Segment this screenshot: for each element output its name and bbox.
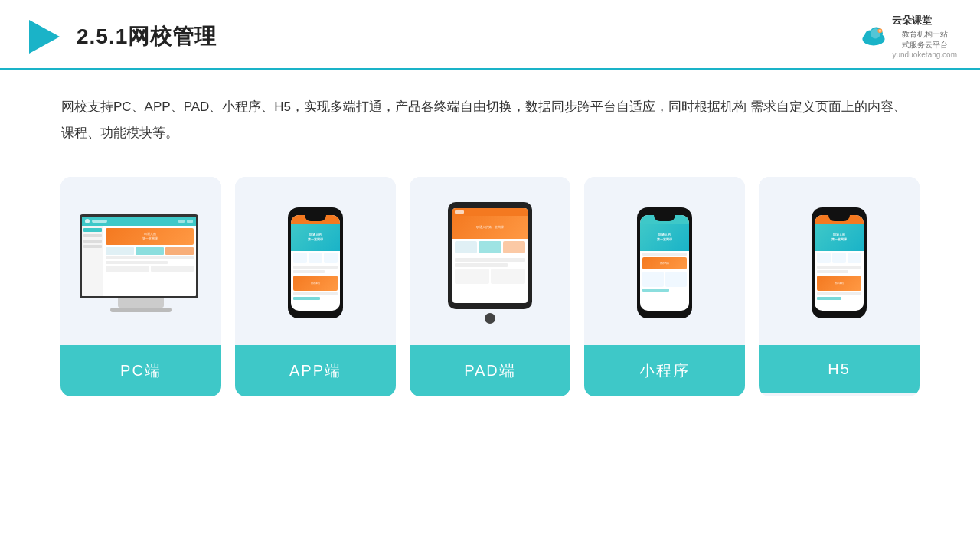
page-title: 2.5.1网校管理 [77,22,217,51]
card-miniapp-image: 职通人的第一堂网课 推荐内容 [584,177,745,345]
app-phone: 职通人的第一堂网课 [288,207,343,318]
h5-phone-body: 职通人的第一堂网课 [812,207,867,318]
monitor-screen: 职通人的第一堂网课 [80,214,198,298]
h5-phone-screen: 职通人的第一堂网课 [815,215,864,311]
card-app-image: 职通人的第一堂网课 [235,177,396,345]
logo-domain: yunduoketang.com [892,51,957,59]
phone-notch-app [305,215,326,221]
card-h5-label: H5 [759,345,920,393]
svg-marker-0 [29,20,60,54]
card-miniapp: 职通人的第一堂网课 推荐内容 [584,177,745,396]
card-h5: 职通人的第一堂网课 [759,177,920,396]
logo-cloud: 云朵课堂 教育机构一站式服务云平台 yunduoketang.com [860,14,957,59]
pc-monitor: 职通人的第一堂网课 [80,214,202,312]
header-left: 2.5.1网校管理 [23,17,217,57]
app-phone-screen: 职通人的第一堂网课 [291,215,340,311]
logo-sub: 教育机构一站式服务云平台 [892,29,957,51]
monitor-stand [118,298,164,308]
card-app-label: APP端 [235,345,396,396]
app-phone-body: 职通人的第一堂网课 [288,207,343,318]
svg-point-8 [879,29,882,32]
page-header: 2.5.1网校管理 云朵课堂 教育机构一站式服务云平台 yunduoketang… [0,0,980,70]
play-icon [23,17,63,57]
card-pad-label: PAD端 [410,345,570,396]
card-h5-image: 职通人的第一堂网课 [759,177,920,345]
pad-tablet-body: 职通人的第一堂网课 [448,202,532,309]
card-app: 职通人的第一堂网课 [235,177,396,396]
h5-phone: 职通人的第一堂网课 [812,207,867,318]
pad-tablet: 职通人的第一堂网课 [448,202,532,324]
miniapp-phone-body: 职通人的第一堂网课 推荐内容 [637,207,692,318]
logo-name: 云朵课堂 [892,14,957,28]
description-text: 网校支持PC、APP、PAD、小程序、H5，实现多端打通，产品各终端自由切换，数… [0,70,980,161]
phone-notch-h5 [828,215,850,221]
pad-tablet-screen: 职通人的第一堂网课 [452,208,528,303]
card-pad-image: 职通人的第一堂网课 [410,177,570,345]
miniapp-phone: 职通人的第一堂网课 推荐内容 [637,207,692,318]
card-pc: 职通人的第一堂网课 [60,177,221,396]
card-pc-label: PC端 [60,345,221,396]
monitor-base [110,308,172,312]
phone-notch-miniapp [654,215,675,221]
card-pc-image: 职通人的第一堂网课 [60,177,221,345]
card-miniapp-label: 小程序 [584,345,745,396]
logo-area: 云朵课堂 教育机构一站式服务云平台 yunduoketang.com [860,14,957,59]
miniapp-phone-screen: 职通人的第一堂网课 推荐内容 [640,215,689,311]
pad-home-button [485,313,495,324]
logo-text-group: 云朵课堂 教育机构一站式服务云平台 yunduoketang.com [892,14,957,59]
card-pad: 职通人的第一堂网课 [410,177,570,396]
cards-container: 职通人的第一堂网课 [0,161,980,419]
cloud-icon [860,26,887,47]
